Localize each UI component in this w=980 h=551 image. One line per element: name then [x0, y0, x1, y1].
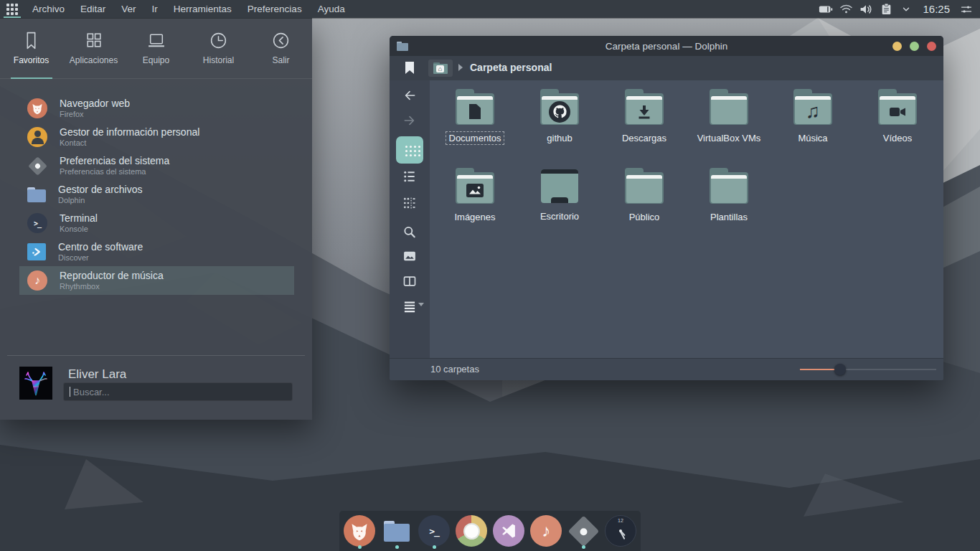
firefox-icon: [27, 98, 47, 118]
tray-clock[interactable]: 16:25: [918, 3, 954, 15]
dock-clock-widget[interactable]: 12: [605, 515, 636, 547]
zoom-slider[interactable]: [800, 359, 936, 380]
dolphin-toolbar: [390, 80, 430, 359]
running-indicator: [358, 545, 362, 549]
compact-view-button[interactable]: [402, 196, 417, 210]
dolphin-icon: [27, 187, 46, 202]
app-subtitle: Discover: [58, 253, 143, 263]
menu-editar[interactable]: Editar: [72, 0, 113, 18]
titlebar[interactable]: Carpeta personal — Dolphin: [390, 36, 943, 56]
tab-aplicaciones[interactable]: Aplicaciones: [62, 18, 125, 78]
app-subtitle: Preferencias del sistema: [60, 167, 169, 176]
folder-item-imagenes[interactable]: Imágenes: [433, 168, 517, 242]
running-indicator: [395, 545, 399, 549]
app-subtitle: Dolphin: [58, 196, 143, 205]
app-item-systemsettings[interactable]: Preferencias del sistemaPreferencias del…: [19, 151, 294, 180]
text-caret: [70, 387, 70, 397]
app-title: Centro de software: [58, 242, 143, 253]
grid-menu-icon: [6, 4, 9, 6]
slider-knob[interactable]: [834, 364, 846, 375]
back-icon: [402, 88, 417, 103]
menu-preferencias[interactable]: Preferencias: [240, 0, 310, 18]
app-subtitle: Kontact: [60, 138, 199, 148]
dock-dolphin-icon[interactable]: [381, 515, 413, 547]
dock-systemsettings-icon[interactable]: [567, 515, 599, 547]
search-box[interactable]: [63, 382, 293, 401]
folder-item-publico[interactable]: Público: [602, 168, 687, 242]
back-button[interactable]: [402, 88, 417, 103]
window-controls: [892, 42, 936, 51]
app-title: Terminal: [60, 213, 98, 224]
icons-view-button[interactable]: [396, 136, 423, 164]
window-title: Carpeta personal — Dolphin: [390, 41, 943, 52]
dock-vscode-icon[interactable]: [493, 515, 524, 547]
tab-favoritos[interactable]: Favoritos: [0, 18, 62, 78]
menu-archivo[interactable]: Archivo: [24, 0, 72, 18]
app-item-dolphin[interactable]: Gestor de archivosDolphin: [19, 180, 294, 209]
menu-ayuda[interactable]: Ayuda: [310, 0, 353, 18]
compact-view-icon: [402, 196, 417, 210]
folder-item-videos[interactable]: Vídeos: [855, 89, 940, 164]
close-button[interactable]: [927, 42, 936, 51]
folder-item-github[interactable]: github: [517, 89, 602, 164]
details-view-button[interactable]: [402, 169, 417, 184]
folder-item-escritorio[interactable]: Escritorio: [517, 168, 602, 242]
search-input[interactable]: [72, 386, 286, 398]
folder-item-virtualbox[interactable]: VirtualBox VMs: [687, 89, 771, 164]
app-item-firefox[interactable]: Navegador webFirefox: [19, 94, 294, 123]
clock-numeral: 12: [606, 518, 636, 523]
dock-rhythmbox-icon[interactable]: ♪: [530, 515, 562, 547]
folder-item-descargas[interactable]: Descargas: [602, 89, 687, 164]
folder-item-plantillas[interactable]: Plantillas: [687, 168, 771, 242]
tab-salir[interactable]: Salir: [250, 18, 312, 78]
app-subtitle: Rhythmbox: [60, 282, 164, 291]
app-item-discover[interactable]: Centro de softwareDiscover: [19, 237, 294, 266]
folder-item-documentos[interactable]: Documentos: [433, 89, 517, 164]
chevron-down-icon[interactable]: [898, 1, 914, 17]
preview-button[interactable]: [402, 249, 417, 263]
dock-chromium-icon[interactable]: [456, 515, 487, 547]
analog-clock-icon: 12: [605, 515, 636, 547]
wifi-icon[interactable]: [838, 1, 854, 17]
menu-caret-icon[interactable]: [418, 303, 424, 306]
menu-button[interactable]: [402, 299, 417, 314]
menu-ir[interactable]: Ir: [144, 0, 166, 18]
dock-konsole-icon[interactable]: >_: [418, 515, 450, 547]
forward-button[interactable]: [402, 113, 417, 128]
volume-icon[interactable]: [858, 1, 874, 17]
app-launcher-button[interactable]: [0, 0, 24, 18]
dock-firefox-icon[interactable]: [344, 515, 375, 547]
bookmark-icon[interactable]: [405, 62, 414, 74]
application-launcher-panel: Favoritos Aplicaciones Equipo Historial …: [0, 18, 312, 420]
folder-label: Vídeos: [880, 131, 915, 145]
search-icon: [402, 225, 417, 240]
menu-herramientas[interactable]: Herramientas: [166, 0, 240, 18]
app-item-kontact[interactable]: Gestor de información personalKontact: [19, 123, 294, 151]
maximize-button[interactable]: [910, 42, 919, 51]
minimize-button[interactable]: [892, 42, 902, 51]
app-title: Preferencias del sistema: [60, 156, 169, 166]
breadcrumb-home-button[interactable]: ⌂: [428, 60, 453, 77]
dolphin-window: Carpeta personal — Dolphin ⌂ Carpeta per…: [390, 36, 943, 380]
bookmark-icon: [22, 31, 40, 50]
app-item-konsole[interactable]: >_ TerminalKonsole: [19, 209, 294, 237]
split-view-button[interactable]: [402, 274, 417, 288]
tab-equipo[interactable]: Equipo: [125, 18, 187, 78]
user-name: Eliver Lara: [68, 367, 126, 382]
clipboard-icon[interactable]: [878, 1, 894, 17]
discover-icon: [27, 243, 46, 260]
tweaks-icon[interactable]: [958, 1, 974, 17]
breadcrumb[interactable]: Carpeta personal: [470, 62, 552, 73]
battery-icon[interactable]: [818, 1, 834, 17]
search-button[interactable]: [402, 225, 417, 239]
app-item-rhythmbox[interactable]: ♪ Reproductor de músicaRhythmbox: [19, 266, 294, 295]
menu-ver[interactable]: Ver: [113, 0, 143, 18]
running-indicator: [582, 545, 585, 549]
folder-label: Público: [626, 210, 664, 224]
tab-historial[interactable]: Historial: [187, 18, 250, 78]
home-icon: ⌂: [433, 62, 448, 74]
preview-icon: [402, 249, 417, 263]
avatar[interactable]: [19, 367, 52, 400]
folder-item-musica[interactable]: ♫ Música: [771, 89, 855, 164]
image-glyph-icon: [466, 183, 484, 198]
